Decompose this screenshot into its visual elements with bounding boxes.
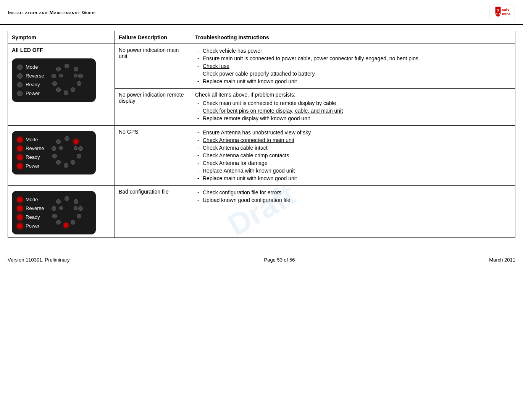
ring-dot-3-5 [64,223,68,228]
led-mode-label-2: Mode [26,137,38,142]
ring-dot-3 [77,81,81,86]
ring-dot-2-7 [52,154,57,158]
ring-dot-3-7 [52,214,57,218]
ring-dot-5 [64,90,68,95]
led-row-power: Power [17,90,44,96]
list-item: Check Antenna connected to main unit [195,136,511,144]
check-all-prefix: Check all items above. If problem persis… [195,92,511,98]
trouble-cell-1a: Check vehicle has power Ensure main unit… [191,44,515,89]
led-labels-3: Mode Reverse Ready [17,197,44,229]
list-item: Check Antenna cable intact [195,144,511,152]
ring-dot-3-1 [74,199,78,204]
trouble-cell-1b: Check all items above. If problem persis… [191,89,515,126]
list-item: Replace main unit with known good unit [195,174,511,182]
trouble-cell-2: Ensure Antenna has unobstructed view of … [191,126,515,186]
led-panel-1: Mode Reverse Ready [12,58,96,102]
led-row-power-2: Power [17,163,44,169]
svg-text:AFE: AFE [496,12,500,15]
led-ring-1 [51,63,85,97]
ring-dot-7 [52,81,57,86]
item-text: Ensure Antenna has unobstructed view of … [203,129,311,136]
list-item: Check main unit is connected to remote d… [195,99,511,107]
led-row-ready-2: Ready [17,154,44,160]
col-header-trouble: Troubleshooting Instructions [191,31,515,44]
item-text: Check Antenna cable intact [203,145,268,151]
item-text: Check configuration file for errors [203,189,281,195]
item-text: Replace remote display with known good u… [203,115,310,121]
main-content: Symptom Failure Description Troubleshoot… [0,31,523,238]
table-row: Mode Reverse Ready [8,126,515,186]
ring-dot-2-12 [65,136,69,141]
led-mode-dot [17,65,23,70]
failure-desc-1a: No power indication main unit [119,47,179,59]
list-item: Check power cable properly attached to b… [195,70,511,78]
led-row-reverse: Reverse [17,73,44,79]
ring-dot-2-6 [56,160,61,165]
led-ready-label-2: Ready [26,154,40,160]
list-item: Ensure Antenna has unobstructed view of … [195,129,511,136]
list-item: Check vehicle has power [195,47,511,55]
symptom-title-1: All LED OFF [12,47,111,53]
led-power-label-3: Power [26,223,40,229]
led-ready-label: Ready [26,82,40,87]
led-row-reverse-3: Reverse [17,205,44,211]
led-panel-2: Mode Reverse Ready [12,131,96,174]
failure-desc-3: Bad configuration file [119,189,169,195]
item-text: Replace main unit with known good unit [203,175,297,181]
link-check-fuse[interactable]: Check fuse [203,63,229,69]
ring-dot-3-8 [52,206,56,211]
led-ready-label-3: Ready [26,214,40,220]
ring-dot-2 [78,74,83,78]
ring-inner-3-2 [74,206,77,210]
list-item: Upload known good configuration file [195,196,511,204]
led-reverse-label-2: Reverse [26,145,44,151]
ring-dot-3-6 [56,220,61,225]
item-text: Check power cable properly attached to b… [203,71,315,77]
list-item: Check fuse [195,62,511,70]
failure-desc-1b: No power indication remote display [119,92,184,104]
trouble-cell-3: Check configuration file for errors Uplo… [191,186,515,238]
symptom-cell-3: Mode Reverse Ready [8,186,115,238]
table-row: Mode Reverse Ready [8,186,515,238]
led-row-mode-2: Mode [17,137,44,142]
ring-inner-2-1 [59,146,63,150]
led-power-dot-3 [17,223,23,229]
footer-date: March 2011 [489,257,515,263]
ring-dot-12 [65,64,69,68]
item-text: Check Antenna for damage [203,160,268,166]
led-ring-2 [51,136,85,170]
led-mode-label: Mode [26,64,38,70]
led-ready-dot-2 [17,155,23,160]
led-labels-2: Mode Reverse Ready [17,137,44,169]
svg-text:safe: safe [502,7,510,11]
page-title: Installation and Maintenance Guide [8,10,96,15]
item-text: Replace main unit with known good unit [203,78,297,84]
led-mode-dot-2 [17,137,23,142]
list-item: Replace main unit with known good unit [195,78,511,85]
list-item: Check for bent pins on remote display, c… [195,107,511,115]
led-row-mode-3: Mode [17,197,44,202]
link-power-cable[interactable]: Ensure main unit is connected to power c… [203,55,420,61]
trouble-list-3: Check configuration file for errors Uplo… [195,189,511,204]
ring-dot-2-1 [74,139,78,144]
led-mode-label-3: Mode [26,197,38,202]
logo-container: S AFE safe mine [489,4,515,21]
led-ring-3 [51,195,85,230]
led-row-ready: Ready [17,82,44,87]
failure-cell-3: Bad configuration file [115,186,191,238]
link-antenna-main[interactable]: Check Antenna connected to main unit [203,137,294,143]
ring-dot-2-8 [52,146,56,151]
ring-dot-2-5 [64,163,68,168]
led-power-dot [17,91,23,96]
failure-desc-2: No GPS [119,129,138,135]
col-header-failure: Failure Description [115,31,191,44]
led-power-dot-2 [17,163,23,169]
led-row-ready-3: Ready [17,214,44,220]
link-bent-pins[interactable]: Check for bent pins on remote display, c… [203,108,343,114]
list-item: Check configuration file for errors [195,189,511,196]
link-antenna-crimp[interactable]: Check Antenna cable crimp contacts [203,152,289,158]
led-labels-1: Mode Reverse Ready [17,64,44,96]
led-power-label: Power [26,90,40,96]
trouble-list-2: Ensure Antenna has unobstructed view of … [195,129,511,182]
item-text: Upload known good configuration file [203,197,291,203]
